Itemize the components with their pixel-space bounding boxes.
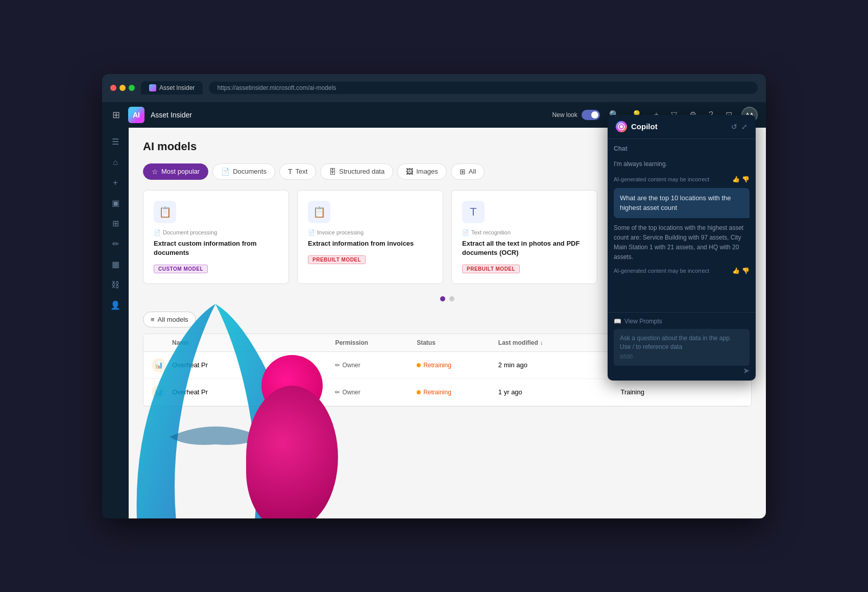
card-icon-invoice: 📋 [308, 201, 330, 223]
grid-icon[interactable]: ⊞ [110, 107, 122, 123]
card-title-0: Extract custom information from document… [154, 239, 278, 257]
tab-label-text: Text [295, 168, 307, 175]
status-dot-0 [417, 363, 421, 367]
app-logo: AI [128, 107, 144, 123]
chat-input-area[interactable]: Ask a question about the data in the app… [614, 329, 750, 366]
view-prompts-label: View Prompts [624, 318, 662, 325]
view-prompts-button[interactable]: 📖 View Prompts [614, 318, 750, 325]
tab-text[interactable]: T Text [279, 163, 316, 180]
sidebar-item-home[interactable]: ⌂ [106, 153, 125, 172]
thumbs-down-icon-2[interactable]: 👎 [742, 267, 750, 274]
image-icon: 🖼 [406, 168, 413, 176]
tab-label: Asset Insider [159, 84, 195, 91]
table-row[interactable]: 📊 Overheat Pr ✏ Owner Retraining 1 yr ag… [143, 379, 751, 406]
new-look-label: New look [552, 111, 577, 119]
row-modified-1: 1 yr ago [498, 388, 621, 396]
card-icon-text: T [462, 201, 485, 223]
char-count: 0/500 [620, 353, 743, 361]
sidebar-item-book[interactable]: ▣ [106, 194, 125, 212]
copilot-body: Chat I'm always learning. AI-generated c… [608, 139, 756, 312]
col-permission: Permission [335, 339, 417, 346]
thumbs-up-icon-2[interactable]: 👍 [732, 267, 740, 274]
card-category-2: 📄 Text recognition [462, 229, 587, 236]
category-icon-2: 📄 [462, 229, 469, 236]
browser-tab[interactable]: Asset Insider [141, 81, 203, 94]
close-dot[interactable] [110, 85, 116, 91]
copilot-footer: 📖 View Prompts Ask a question about the … [608, 312, 756, 381]
tab-most-popular[interactable]: ☆ Most popular [143, 163, 208, 180]
send-button[interactable]: ➤ [743, 366, 750, 375]
grid-tab-icon: ⊞ [460, 168, 466, 176]
tab-label-images: Images [416, 168, 438, 175]
card-category-1: 📄 Invoice processing [308, 229, 432, 236]
address-bar[interactable]: https://assetinsider.microsoft.com/ai-mo… [209, 82, 758, 94]
book-icon: 📖 [614, 318, 621, 325]
model-card-document-processing[interactable]: 📋 📄 Document processing Extract custom i… [143, 190, 289, 284]
thumbs-down-icon-1[interactable]: 👎 [742, 176, 750, 183]
chat-input-placeholder[interactable]: Ask a question about the data in the app… [620, 334, 743, 351]
category-icon-1: 📄 [308, 229, 315, 236]
edit-icon-1: ✏ [335, 389, 340, 396]
tab-documents[interactable]: 📄 Documents [212, 163, 275, 180]
all-models-label: All models [158, 316, 188, 323]
copilot-header: Copilot ↺ ⤢ [608, 115, 756, 139]
tab-favicon [149, 84, 156, 91]
sidebar-item-grid[interactable]: ⊞ [106, 215, 125, 233]
all-models-button[interactable]: ≡ All models [143, 312, 196, 327]
copilot-expand-icon[interactable]: ⤢ [741, 123, 748, 131]
model-card-invoice-processing[interactable]: 📋 📄 Invoice processing Extract informati… [297, 190, 443, 284]
ai-previous-message: I'm always learning. [614, 159, 750, 169]
carousel-dot-1[interactable] [440, 296, 445, 301]
maximize-dot[interactable] [129, 85, 135, 91]
document-icon: 📄 [221, 168, 230, 176]
carousel-dot-2[interactable] [449, 296, 454, 301]
copilot-header-icons: ↺ ⤢ [731, 123, 748, 131]
copilot-panel: Copilot ↺ ⤢ Chat I'm always learning. AI… [608, 115, 756, 381]
app-name: Asset Insider [151, 111, 192, 119]
row-icon-1: 📊 [152, 385, 166, 399]
copilot-logo [616, 121, 627, 132]
sidebar: ☰ ⌂ + ▣ ⊞ ✏ ▦ ⛓ 👤 [102, 102, 129, 518]
svg-point-1 [620, 125, 623, 128]
card-title-1: Extract information from invoices [308, 239, 432, 248]
chat-label: Chat [614, 145, 750, 152]
thumbs-up-icon-1[interactable]: 👍 [732, 176, 740, 183]
model-card-text-recognition[interactable]: T 📄 Text recognition Extract all the tex… [451, 190, 597, 284]
col-name: Name [172, 339, 335, 346]
col-last-modified[interactable]: Last modified ↓ [498, 339, 621, 346]
browser-chrome: Asset Insider https://assetinsider.micro… [102, 74, 766, 102]
sidebar-item-link[interactable]: ⛓ [106, 276, 125, 294]
browser-dots [110, 85, 135, 91]
sidebar-item-table[interactable]: ▦ [106, 255, 125, 274]
sidebar-item-menu[interactable]: ☰ [106, 133, 125, 151]
sidebar-item-add[interactable]: + [106, 174, 125, 192]
row-name-0: Overheat Pr [172, 361, 335, 369]
tab-all[interactable]: ⊞ All [451, 163, 485, 180]
copilot-refresh-icon[interactable]: ↺ [731, 123, 737, 131]
ai-response-text: Some of the top locations with the highe… [614, 223, 750, 263]
all-models-icon: ≡ [151, 316, 155, 323]
browser-window: Asset Insider https://assetinsider.micro… [102, 74, 766, 518]
new-look-switch[interactable] [582, 110, 600, 120]
col-icon [152, 339, 172, 346]
tab-structured-data[interactable]: 🗄 Structured data [320, 163, 393, 180]
edit-icon-0: ✏ [335, 362, 340, 369]
row-trained-1: Training [620, 388, 743, 396]
sidebar-item-brush[interactable]: ✏ [106, 235, 125, 253]
database-icon: 🗄 [329, 168, 336, 176]
sidebar-item-person[interactable]: 👤 [106, 296, 125, 315]
card-category-0: 📄 Document processing [154, 229, 278, 236]
status-dot-1 [417, 390, 421, 394]
tab-label-structured: Structured data [339, 168, 384, 175]
tab-label-all: All [469, 168, 476, 175]
copilot-title: Copilot [631, 122, 658, 131]
minimize-dot[interactable] [119, 85, 126, 91]
row-modified-0: 2 min ago [498, 361, 621, 369]
card-badge-0: CUSTOM MODEL [154, 265, 208, 273]
tab-images[interactable]: 🖼 Images [397, 163, 447, 180]
logo-text: AI [133, 111, 140, 119]
card-badge-1: PREBUILT MODEL [308, 255, 366, 264]
send-area: ➤ [614, 366, 750, 375]
tab-label-most-popular: Most popular [161, 168, 200, 175]
card-badge-2: PREBUILT MODEL [462, 265, 520, 273]
